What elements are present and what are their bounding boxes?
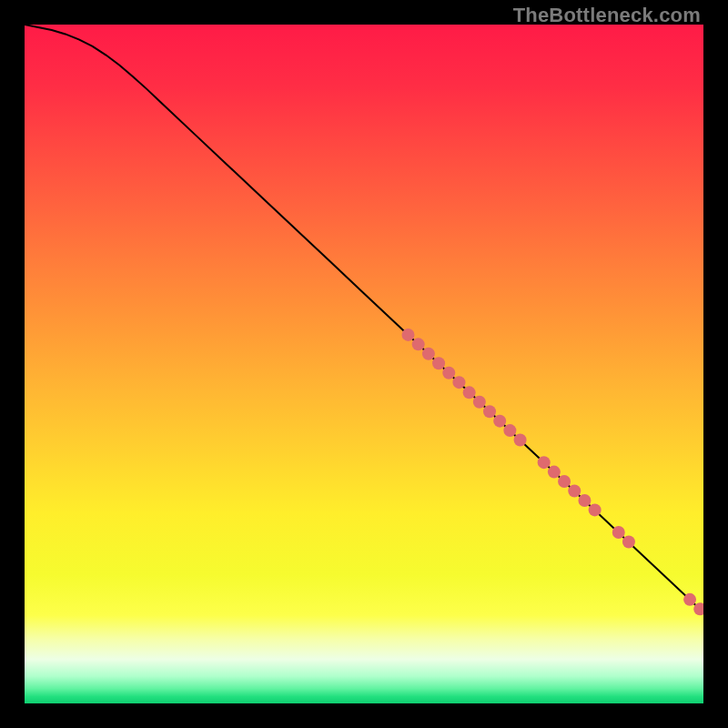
data-marker [483, 405, 496, 418]
data-marker [463, 386, 476, 399]
data-marker [683, 593, 696, 606]
data-marker [578, 494, 591, 507]
data-marker [548, 466, 561, 479]
data-marker [422, 348, 435, 360]
data-marker [452, 376, 465, 389]
data-marker [612, 526, 625, 539]
data-marker [412, 338, 425, 350]
data-marker [493, 415, 506, 428]
data-marker [622, 535, 635, 548]
data-marker [568, 485, 581, 498]
data-marker [538, 456, 551, 469]
data-marker [432, 357, 445, 369]
data-marker [401, 329, 414, 341]
data-marker [589, 503, 602, 516]
data-marker [514, 434, 527, 447]
data-marker [503, 424, 516, 437]
gradient-background [25, 25, 703, 703]
data-marker [558, 475, 571, 488]
chart-stage: TheBottleneck.com [0, 0, 728, 728]
plot-area [25, 25, 703, 703]
data-marker [442, 367, 455, 379]
chart-svg [25, 25, 703, 703]
data-marker [473, 396, 486, 409]
